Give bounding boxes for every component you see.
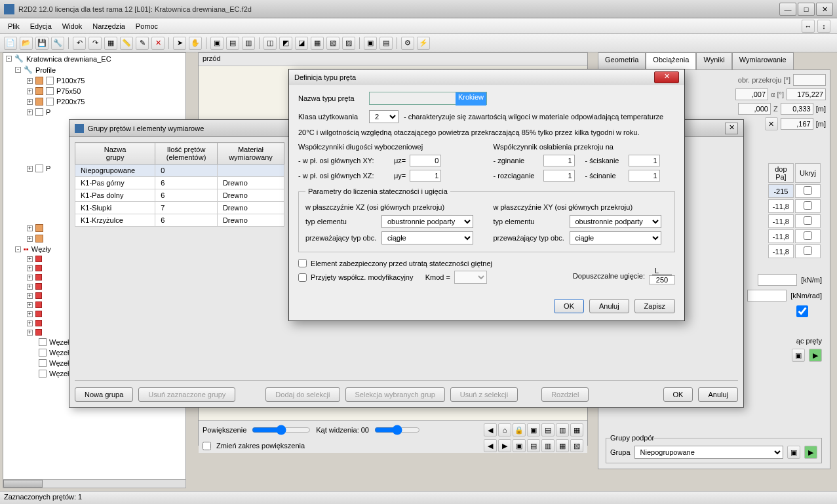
tree-checkbox[interactable] [39, 349, 47, 357]
groups-table[interactable]: Nazwa grupy Ilość prętów (elementów) Mat… [75, 142, 284, 227]
tool-icon[interactable]: 🔧 [51, 37, 64, 50]
val-input[interactable] [735, 88, 768, 100]
dialog-close-button[interactable]: ✕ [725, 123, 738, 134]
nav-view4-icon[interactable]: ▦ [570, 423, 583, 436]
menu-widok[interactable]: Widok [57, 20, 88, 32]
nav-b3-icon[interactable]: ▣ [513, 439, 526, 452]
tb8-icon[interactable]: ▧ [326, 37, 340, 50]
val-input[interactable] [738, 103, 771, 115]
tree-item[interactable]: P75x50 [56, 87, 81, 95]
tab-wymiarowanie[interactable]: Wymiarowanie [732, 52, 794, 69]
tb4-icon[interactable]: ◫ [263, 37, 277, 50]
ok-button[interactable]: OK [663, 387, 693, 402]
nowa-grupa-button[interactable]: Nowa grupa [75, 387, 133, 402]
collapse-icon[interactable]: - [15, 246, 21, 252]
nav-left-icon[interactable]: ◀ [484, 423, 497, 436]
tb2-icon[interactable]: ▤ [226, 37, 239, 50]
klasa-select[interactable]: 2 [369, 110, 399, 123]
coef-xz-input[interactable] [410, 170, 441, 182]
maximize-button[interactable]: □ [798, 3, 815, 16]
expand-icon[interactable]: + [27, 225, 33, 231]
expand-icon[interactable]: + [27, 275, 33, 281]
scinanie-input[interactable] [629, 170, 660, 182]
alpha-input[interactable] [787, 88, 826, 100]
tree-checkbox[interactable] [39, 359, 47, 367]
collapse-icon[interactable]: - [6, 56, 12, 62]
col-material[interactable]: Materiał wymiarowany [217, 143, 284, 165]
expand-icon[interactable]: + [27, 88, 33, 94]
knm-input[interactable] [758, 274, 797, 286]
rozciaganie-input[interactable] [543, 170, 575, 182]
expand-icon[interactable]: + [27, 166, 33, 172]
tb9-icon[interactable]: ▨ [342, 37, 355, 50]
selekcja-grup-button[interactable]: Selekcja wybranych grup [345, 387, 445, 402]
expand-icon[interactable]: + [27, 109, 33, 115]
save-icon[interactable]: 💾 [35, 37, 49, 50]
nav-b5-icon[interactable]: ▥ [541, 439, 555, 452]
obr-input[interactable] [793, 74, 826, 86]
anuluj-button[interactable]: Anuluj [589, 299, 629, 313]
z-input[interactable] [781, 103, 813, 115]
fov-slider[interactable] [374, 425, 420, 435]
menu-pomoc[interactable]: Pomoc [130, 20, 163, 32]
tree-item[interactable]: P [46, 108, 50, 116]
tree-checkbox[interactable] [46, 77, 54, 85]
panel-checkbox[interactable] [783, 305, 822, 317]
ok-button[interactable]: OK [554, 299, 584, 313]
tab-wyniki[interactable]: Wyniki [696, 52, 731, 69]
hide-checkbox[interactable] [804, 201, 812, 210]
nav-b6-icon[interactable]: ▦ [556, 439, 569, 452]
expand-icon[interactable]: + [27, 284, 33, 290]
expand-icon[interactable]: + [27, 302, 33, 308]
grupa-select[interactable]: Niepogrupowane [634, 446, 783, 459]
expand-icon[interactable]: + [27, 78, 33, 84]
tab-geometria[interactable]: Geometria [598, 52, 646, 69]
tb10-icon[interactable]: ▣ [364, 37, 377, 50]
menu-edycja[interactable]: Edycja [25, 20, 57, 32]
col-nazwa[interactable]: Nazwa grupy [75, 143, 155, 165]
expand-h-icon[interactable]: ↔ [802, 20, 815, 33]
redo-icon[interactable]: ↷ [88, 37, 102, 50]
zapisz-button[interactable]: Zapisz [634, 299, 675, 313]
measure-icon[interactable]: 📏 [120, 37, 133, 50]
knmrad-input[interactable] [747, 290, 787, 301]
kmod-select[interactable] [454, 271, 487, 284]
tb3-icon[interactable]: ▥ [242, 37, 255, 50]
col-ilosc[interactable]: Ilość prętów (elementów) [155, 143, 218, 165]
tb7-icon[interactable]: ▦ [311, 37, 324, 50]
grupa-go-icon[interactable]: ▶ [804, 446, 817, 459]
expand-icon[interactable]: + [27, 236, 33, 242]
tree-checkbox[interactable] [39, 338, 47, 346]
rozdziel-button[interactable]: Rozdziel [541, 387, 589, 402]
sciskanie-input[interactable] [629, 155, 660, 166]
nav-b1-icon[interactable]: ◀ [484, 439, 497, 452]
pan-icon[interactable]: ✋ [189, 37, 202, 50]
tree-checkbox[interactable] [35, 108, 43, 116]
close-panel-icon[interactable]: ✕ [765, 117, 778, 130]
nav-view2-icon[interactable]: ▤ [541, 423, 555, 436]
hide-checkbox[interactable] [804, 231, 812, 240]
table-row[interactable]: K1-Słupki7Drewno [75, 202, 284, 214]
expand-icon[interactable]: + [27, 293, 33, 299]
tb11-icon[interactable]: ▤ [380, 37, 393, 50]
nav-b7-icon[interactable]: ▧ [570, 439, 583, 452]
collapse-icon[interactable]: - [15, 67, 21, 73]
tree-root[interactable]: Kratownica drewniana_EC [26, 55, 111, 63]
tb13-icon[interactable]: ⚡ [417, 37, 430, 50]
tree-item[interactable]: P200x75 [56, 98, 85, 106]
tb1-icon[interactable]: ▣ [210, 37, 224, 50]
dodaj-selekcji-button[interactable]: Dodaj do selekcji [265, 387, 340, 402]
coef-xy-input[interactable] [410, 155, 441, 166]
tab-obciazenia[interactable]: Obciążenia [646, 52, 696, 69]
tree-wezly[interactable]: Węzły [31, 245, 51, 253]
typ-elem-xz-select[interactable]: obustronnie podparty [381, 215, 473, 228]
expand-icon[interactable]: + [27, 311, 33, 317]
tb12-icon[interactable]: ⚙ [401, 37, 414, 50]
usun-grupy-button[interactable]: Usuń zaznaczone grupy [138, 387, 235, 402]
expand-icon[interactable]: + [27, 99, 33, 105]
table-row[interactable]: Niepogrupowane0 [75, 165, 284, 177]
action1-icon[interactable]: ▣ [792, 349, 805, 362]
nav-b4-icon[interactable]: ▤ [527, 439, 540, 452]
cb-statecznosc[interactable] [298, 259, 307, 267]
expand-icon[interactable]: + [27, 265, 33, 271]
